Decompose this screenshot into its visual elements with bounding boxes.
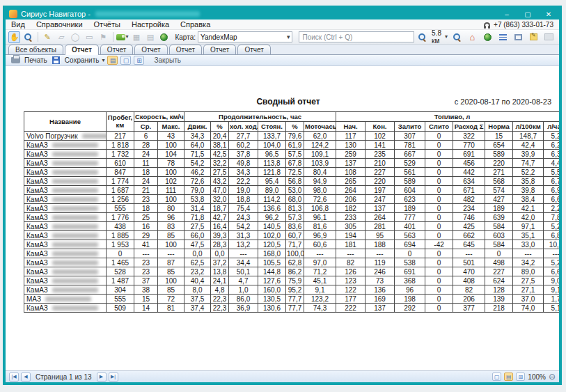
circle-tool-button[interactable]: ◯ <box>70 31 81 43</box>
value-cell: 104 <box>158 150 184 159</box>
value-cell: 168,0 <box>258 249 286 258</box>
value-cell: 0 <box>485 249 513 258</box>
road-icon: ▤ <box>147 33 154 41</box>
redacted-plate <box>52 206 98 211</box>
value-cell: 377 <box>453 304 485 313</box>
globe-icon <box>160 33 168 41</box>
value-cell: 654 <box>485 141 513 150</box>
headset-icon <box>484 22 490 27</box>
save-button[interactable] <box>50 54 62 66</box>
value-cell: 71,7 <box>286 240 304 249</box>
value-cell: 603 <box>485 231 513 240</box>
value-cell: 639 <box>485 213 513 222</box>
caret-down-icon[interactable]: ▾ <box>102 57 104 63</box>
value-cell: 47,0 <box>211 186 229 195</box>
close-report-button[interactable]: Закрыть <box>154 56 181 64</box>
table-row: КамАЗ1 7322410471,542,537,896,557,5109,1… <box>24 150 560 159</box>
zoom-in-button[interactable] <box>416 31 428 43</box>
value-cell: 6,8 <box>544 231 559 240</box>
colgroup-speed: Скорость, км/ч <box>134 112 184 122</box>
layout-fit-page-button[interactable]: ▤ <box>504 373 513 381</box>
first-page-button[interactable]: |◀ <box>9 373 19 382</box>
value-cell: 136 <box>365 285 395 295</box>
report-period: с 2020-08-17 по 2020-08-23 <box>455 97 551 106</box>
value-cell: 11 <box>134 159 158 168</box>
view-mode-fit-button[interactable]: ⊞ <box>134 56 144 65</box>
value-cell: 5,1 <box>544 304 559 313</box>
menu-item-настройка[interactable]: Настройка <box>132 20 169 29</box>
menu-item-справка[interactable]: Справка <box>180 20 210 29</box>
value-cell: 624 <box>485 276 513 285</box>
object-list-button[interactable] <box>497 31 509 43</box>
value-cell: 0 <box>425 276 453 285</box>
frame-button[interactable] <box>512 31 524 43</box>
maximize-button[interactable]: ▢ <box>517 8 538 19</box>
value-cell: 9,1 <box>544 285 559 295</box>
zoom-tool-button[interactable] <box>22 31 34 43</box>
value-cell: 80 <box>158 204 184 213</box>
value-cell: 62,0 <box>304 132 336 141</box>
redacted-plate <box>52 215 98 220</box>
world-button[interactable] <box>482 31 494 43</box>
edit-track-button[interactable]: ✎ <box>42 31 54 43</box>
caret-down-icon[interactable]: ▾ <box>445 34 448 40</box>
home-button[interactable]: ⌂ <box>466 31 478 43</box>
zoom-minus-icon[interactable]: ⊖ <box>549 372 556 382</box>
map-provider-select[interactable]: YandexMap ▾ <box>198 31 292 42</box>
print-label[interactable]: Печать <box>24 56 47 64</box>
tab-2[interactable]: Отчет <box>100 45 133 54</box>
view-mode-continuous-button[interactable]: ▢ <box>120 56 131 65</box>
layout-one-page-button[interactable]: ▢ <box>492 373 501 381</box>
value-cell: 124,2 <box>304 141 336 150</box>
tab-6[interactable]: Отчет <box>237 45 270 54</box>
pan-tool-button[interactable]: ✋ <box>8 31 20 43</box>
prev-page-button[interactable]: ◀ <box>21 373 31 382</box>
screen: Сириус Навигатор - – ▢ ✕ ВидСправочникиО… <box>0 0 566 392</box>
tab-1[interactable]: Отчет <box>65 45 99 55</box>
minimize-button[interactable]: – <box>496 8 517 19</box>
search-input[interactable] <box>299 31 414 42</box>
value-cell: 220 <box>485 159 513 168</box>
value-cell: --- <box>453 249 485 258</box>
menu-item-отчёты[interactable]: Отчёты <box>94 20 120 29</box>
next-page-button[interactable]: ▶ <box>97 373 107 382</box>
tab-5[interactable]: Отчет <box>203 45 236 54</box>
view-mode-single-button[interactable]: ▤ <box>107 56 118 65</box>
notes-button[interactable] <box>528 31 540 43</box>
layout-two-pages-button[interactable]: ⊞ <box>516 373 525 381</box>
menu-item-справочники[interactable]: Справочники <box>36 20 83 29</box>
redacted-plate <box>52 170 98 175</box>
tab-0[interactable]: Все объекты <box>8 45 63 54</box>
value-cell: 24 <box>134 177 158 186</box>
snapshot-button[interactable] <box>543 31 555 43</box>
value-cell: 54,2 <box>229 222 258 231</box>
zoom-out-button[interactable] <box>451 31 463 43</box>
tab-3[interactable]: Отчет <box>134 45 167 54</box>
value-cell: 123,2 <box>304 295 336 304</box>
print-button[interactable] <box>10 54 22 66</box>
save-label[interactable]: Сохранить <box>65 56 100 64</box>
pencil-icon: ✎ <box>45 33 51 41</box>
polygon-tool-button[interactable]: ▱ <box>56 31 68 43</box>
vehicles-button[interactable]: ▾ <box>116 31 128 43</box>
value-cell: 4,4 <box>544 159 559 168</box>
road-layer-button[interactable]: ▤ <box>144 31 156 43</box>
value-cell: 96 <box>158 213 184 222</box>
value-cell: 41 <box>134 240 158 249</box>
geo-button[interactable] <box>158 31 170 43</box>
flag-tool-button[interactable]: ⚑ <box>97 31 109 43</box>
table-row: КамАЗ509148137,422,336,9130,677,774,3222… <box>24 304 560 313</box>
vehicle-name-cell: КамАЗ <box>24 304 107 313</box>
value-cell: 72,5 <box>286 168 304 177</box>
value-cell: 117 <box>336 132 365 141</box>
tab-4[interactable]: Отчет <box>169 45 202 54</box>
value-cell: 189 <box>485 204 513 213</box>
close-button[interactable]: ✕ <box>538 8 559 19</box>
value-cell: 847 <box>107 168 134 177</box>
last-page-button[interactable]: ▶| <box>109 373 118 382</box>
rect-select-button[interactable]: ▭ <box>84 31 95 43</box>
menu-item-вид[interactable]: Вид <box>11 20 25 29</box>
value-cell: 74,0 <box>513 304 544 313</box>
bridge-layer-button[interactable]: ▦ <box>130 31 142 43</box>
value-cell: 81,6 <box>304 222 336 231</box>
